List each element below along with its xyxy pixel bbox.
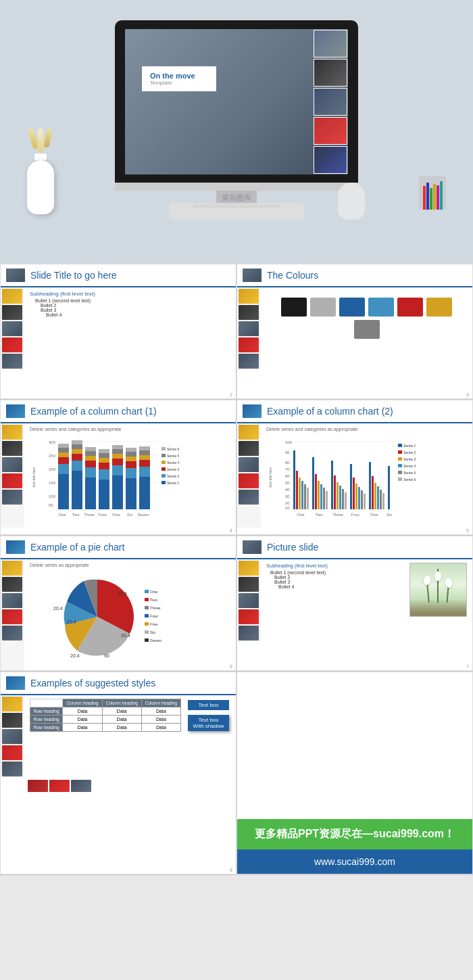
svg-rect-41 [112, 445, 123, 449]
svg-text:Series 4: Series 4 [403, 464, 416, 468]
slide-1-header: Slide Title to go here [1, 264, 236, 287]
slide-2-content [237, 287, 472, 370]
svg-rect-20 [72, 454, 82, 461]
textbox-1: Text box [188, 700, 229, 710]
keyboard-decoration [169, 203, 304, 220]
svg-rect-17 [58, 444, 69, 448]
svg-rect-30 [99, 480, 109, 509]
svg-text:27.4: 27.4 [118, 591, 127, 596]
slide-6-thumbs [237, 559, 261, 642]
svg-rect-90 [304, 484, 306, 509]
svg-rect-21 [72, 449, 82, 454]
svg-rect-25 [85, 467, 96, 477]
slide-6-icon [243, 540, 262, 554]
svg-text:90: 90 [104, 653, 109, 658]
svg-text:150: 150 [49, 481, 56, 485]
slide-3-content: Delete series and categories as appropri… [1, 423, 236, 528]
slide-6-text: Subheading (first level text) Bullet 1 (… [266, 563, 406, 617]
svg-text:One: One [297, 513, 305, 517]
svg-rect-49 [139, 467, 150, 477]
slide-1: Slide Title to go here Subheading (first… [0, 264, 236, 399]
svg-text:100: 100 [49, 494, 56, 498]
svg-text:20: 20 [285, 501, 290, 505]
svg-rect-16 [58, 448, 69, 452]
svg-text:Series 2: Series 2 [403, 450, 416, 454]
screen-main-title: On the move [150, 72, 208, 80]
svg-text:Series 1: Series 1 [403, 444, 416, 448]
svg-rect-26 [85, 461, 96, 467]
slide-3-header: Example of a column chart (1) [1, 400, 236, 423]
row-head-1: Row heading [30, 707, 63, 716]
styles-layout: Column heading Column heading Column hea… [30, 699, 230, 732]
svg-rect-116 [388, 466, 390, 509]
svg-text:Six: Six [127, 513, 132, 517]
slide-4-num: 5 [466, 528, 469, 533]
slide-3-main: Delete series and categories as appropri… [24, 423, 236, 528]
col-header-2: Column heading [102, 699, 141, 707]
svg-text:Two: Two [150, 598, 158, 602]
svg-text:Four: Four [150, 614, 158, 618]
slides-grid: Slide Title to go here Subheading (first… [0, 264, 473, 875]
svg-rect-96 [323, 488, 325, 509]
slide-1-bullet-1: Bullet 1 (second level text) [30, 298, 230, 303]
slide-7-header: Examples of suggested styles [1, 672, 236, 695]
svg-text:20.4: 20.4 [70, 653, 80, 658]
svg-rect-33 [99, 458, 109, 463]
promo-blue-box: www.sucai999.com [237, 849, 472, 874]
slide-4-title: Example of a column chart (2) [267, 406, 393, 417]
promo-cell: 更多精品PPT资源尽在—sucai999.com！ www.sucai999.c… [236, 672, 473, 874]
svg-rect-47 [126, 448, 136, 452]
slide-4-content: Delete series and categories as appropri… [237, 423, 472, 528]
svg-rect-42 [126, 478, 136, 509]
slide-4: Example of a column chart (2) Delete ser… [236, 400, 473, 535]
slide-6-bullet-1: Bullet 1 (second level text) [266, 570, 406, 575]
slide-6-layout: Subheading (first level text) Bullet 1 (… [266, 563, 467, 617]
svg-rect-53 [139, 446, 150, 450]
svg-rect-150 [145, 622, 149, 626]
textbox-column: Text box Text boxWith shadow [186, 699, 230, 732]
slide-4-icon [243, 404, 262, 418]
slide-6-num: 7 [466, 664, 469, 669]
stacked-bar-chart: 300 250 200 150 100 50 [30, 434, 192, 521]
svg-rect-146 [145, 606, 149, 609]
screen-title-box: On the move Template [142, 66, 216, 91]
svg-rect-44 [126, 461, 136, 468]
slide-3-subtitle: Delete series and categories as appropri… [30, 427, 230, 431]
svg-text:Seven: Seven [137, 513, 149, 517]
svg-text:Axis title here: Axis title here [268, 467, 272, 488]
snowdrop-image [409, 563, 467, 617]
data-cell: Data [63, 716, 102, 724]
svg-text:300: 300 [49, 440, 56, 444]
svg-rect-12 [58, 474, 69, 509]
slide-2-icon [243, 269, 262, 282]
svg-rect-28 [85, 451, 96, 456]
slide-6-header: Picture slide [237, 536, 472, 559]
row-head-2: Row heading [30, 716, 63, 724]
svg-rect-72 [161, 481, 166, 484]
slide-4-subtitle: Delete series and categories as appropri… [266, 427, 467, 431]
svg-rect-38 [112, 459, 123, 465]
svg-rect-132 [398, 471, 402, 474]
svg-rect-88 [299, 477, 301, 509]
svg-rect-95 [320, 484, 322, 509]
svg-text:Three: Three [150, 606, 161, 610]
svg-rect-101 [339, 486, 341, 509]
svg-rect-115 [382, 493, 384, 509]
svg-rect-14 [58, 457, 69, 464]
svg-rect-19 [72, 461, 82, 471]
hero-section: On the move Template [0, 0, 473, 264]
svg-rect-27 [85, 456, 96, 461]
svg-rect-92 [312, 457, 314, 509]
svg-text:Series 4: Series 4 [167, 461, 180, 465]
slide-1-text: Subheading (first level text) Bullet 1 (… [30, 291, 230, 317]
svg-rect-39 [112, 454, 123, 459]
mouse-decoration [338, 183, 365, 220]
swatch-red [397, 298, 423, 317]
svg-rect-94 [318, 481, 320, 509]
grouped-bar-chart: 100 90 80 70 60 50 40 30 20 10 [266, 434, 428, 521]
svg-rect-45 [126, 457, 136, 461]
watermark: 菜鸟图库 [222, 193, 251, 203]
svg-text:Six: Six [387, 513, 392, 517]
slide-2: The Colours [236, 264, 473, 399]
svg-rect-106 [355, 484, 357, 509]
